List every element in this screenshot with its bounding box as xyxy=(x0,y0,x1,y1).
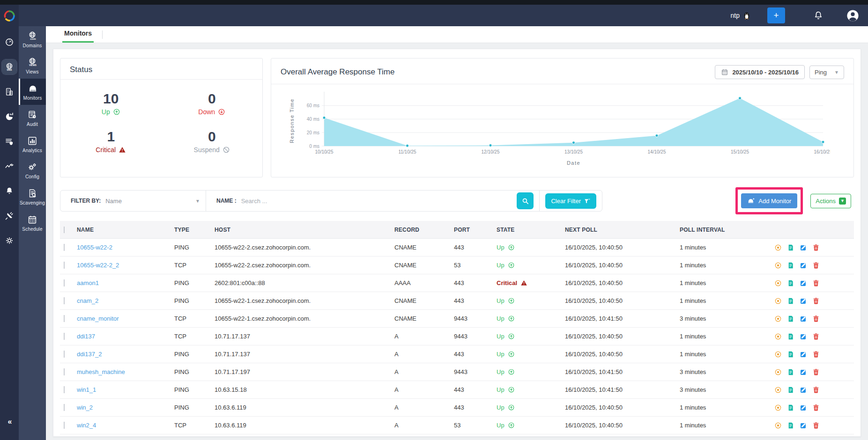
sidebar-collapse-button[interactable]: « xyxy=(0,418,19,426)
row-checkbox[interactable] xyxy=(64,422,65,429)
row-checkbox[interactable] xyxy=(64,262,65,269)
suspend-monitor-icon[interactable] xyxy=(774,244,782,251)
monitor-name-link[interactable]: cnam_2 xyxy=(77,297,98,304)
monitor-name-link[interactable]: 10655-w22-2 xyxy=(77,244,112,251)
monitor-name-link[interactable]: ddi137 xyxy=(77,333,95,340)
view-log-icon[interactable] xyxy=(787,315,794,323)
rail-item-alerts[interactable] xyxy=(2,183,17,198)
view-log-icon[interactable] xyxy=(787,244,794,251)
actions-button[interactable]: Actions ▼ xyxy=(810,194,851,208)
delete-monitor-icon[interactable] xyxy=(812,386,820,394)
row-checkbox[interactable] xyxy=(64,333,65,340)
suspend-monitor-icon[interactable] xyxy=(774,368,782,376)
view-log-icon[interactable] xyxy=(787,262,794,269)
tab-monitors[interactable]: Monitors xyxy=(62,29,94,43)
row-checkbox[interactable] xyxy=(64,315,65,322)
delete-monitor-icon[interactable] xyxy=(812,297,820,305)
rail-item-integrations[interactable] xyxy=(2,208,17,223)
view-log-icon[interactable] xyxy=(787,386,794,394)
rail-item-settings[interactable] xyxy=(2,233,17,248)
edit-monitor-icon[interactable] xyxy=(800,368,807,376)
global-add-button[interactable]: + xyxy=(767,7,785,23)
sidebar-item-schedule[interactable]: Schedule xyxy=(19,210,46,236)
row-checkbox[interactable] xyxy=(64,244,65,251)
edit-monitor-icon[interactable] xyxy=(800,422,807,429)
row-checkbox[interactable] xyxy=(64,279,65,286)
column-header-state[interactable]: STATE xyxy=(497,227,565,233)
delete-monitor-icon[interactable] xyxy=(812,422,820,429)
edit-monitor-icon[interactable] xyxy=(800,315,807,323)
suspend-monitor-icon[interactable] xyxy=(774,333,782,340)
suspend-monitor-icon[interactable] xyxy=(774,422,782,429)
row-checkbox[interactable] xyxy=(64,368,65,375)
sidebar-item-scavenging[interactable]: Scavenging xyxy=(19,183,46,210)
notifications-bell-icon[interactable] xyxy=(813,10,823,21)
sidebar-item-config[interactable]: Config xyxy=(19,157,46,183)
row-checkbox[interactable] xyxy=(64,404,65,411)
view-log-icon[interactable] xyxy=(787,297,794,305)
view-log-icon[interactable] xyxy=(787,333,794,340)
rail-item-reports[interactable] xyxy=(2,109,17,124)
delete-monitor-icon[interactable] xyxy=(812,279,820,287)
rail-item-dns[interactable]: DNS xyxy=(2,59,17,74)
view-log-icon[interactable] xyxy=(787,404,794,411)
sidebar-item-analytics[interactable]: Analytics xyxy=(19,131,46,157)
select-all-checkbox[interactable] xyxy=(64,227,65,233)
column-header-host[interactable]: HOST xyxy=(215,227,394,233)
row-checkbox[interactable] xyxy=(64,297,65,304)
view-log-icon[interactable] xyxy=(787,351,794,358)
delete-monitor-icon[interactable] xyxy=(812,351,820,358)
column-header-name[interactable]: NAME xyxy=(77,227,174,233)
delete-monitor-icon[interactable] xyxy=(812,315,820,323)
monitor-name-link[interactable]: ddi137_2 xyxy=(77,351,102,358)
edit-monitor-icon[interactable] xyxy=(800,262,807,269)
edit-monitor-icon[interactable] xyxy=(800,297,807,305)
column-header-type[interactable]: TYPE xyxy=(174,227,215,233)
column-header-next-poll[interactable]: NEXT POLL xyxy=(565,227,680,233)
view-log-icon[interactable] xyxy=(787,422,794,429)
edit-monitor-icon[interactable] xyxy=(800,244,807,251)
suspend-monitor-icon[interactable] xyxy=(774,297,782,305)
row-checkbox[interactable] xyxy=(64,351,65,358)
edit-monitor-icon[interactable] xyxy=(800,333,807,340)
sidebar-item-views[interactable]: VIEWSViews xyxy=(19,52,46,79)
suspend-monitor-icon[interactable] xyxy=(774,404,782,411)
monitor-name-link[interactable]: cname_monitor xyxy=(77,315,119,322)
clear-filter-button[interactable]: Clear Filter xyxy=(545,193,596,209)
monitor-name-link[interactable]: win1_1 xyxy=(77,386,96,393)
column-header-port[interactable]: PORT xyxy=(454,227,497,233)
edit-monitor-icon[interactable] xyxy=(800,351,807,358)
view-log-icon[interactable] xyxy=(787,279,794,287)
column-header-record[interactable]: RECORD xyxy=(394,227,454,233)
date-range-picker[interactable]: 2025/10/10 - 2025/10/16 xyxy=(715,65,805,79)
row-checkbox[interactable] xyxy=(64,386,65,393)
sidebar-item-monitors[interactable]: Monitors xyxy=(19,79,46,105)
monitor-name-link[interactable]: win2_4 xyxy=(77,422,96,429)
filter-by-caret-icon[interactable]: ▼ xyxy=(195,198,200,204)
filter-by-value[interactable]: Name xyxy=(105,198,122,205)
edit-monitor-icon[interactable] xyxy=(800,279,807,287)
metric-select[interactable]: Ping ▼ xyxy=(809,66,844,79)
delete-monitor-icon[interactable] xyxy=(812,262,820,269)
suspend-monitor-icon[interactable] xyxy=(774,351,782,358)
search-button[interactable] xyxy=(517,192,534,209)
column-header-poll-interval[interactable]: POLL INTERVAL xyxy=(680,227,773,233)
delete-monitor-icon[interactable] xyxy=(812,368,820,376)
rail-item-activity[interactable] xyxy=(2,159,17,174)
sidebar-item-audit[interactable]: Audit xyxy=(19,105,46,131)
rail-item-servers[interactable] xyxy=(2,84,17,99)
view-log-icon[interactable] xyxy=(787,368,794,376)
suspend-monitor-icon[interactable] xyxy=(774,279,782,287)
edit-monitor-icon[interactable] xyxy=(800,386,807,394)
suspend-monitor-icon[interactable] xyxy=(774,315,782,323)
delete-monitor-icon[interactable] xyxy=(812,244,820,251)
sidebar-item-domains[interactable]: comDomains xyxy=(19,26,46,52)
monitor-name-link[interactable]: win_2 xyxy=(77,404,93,411)
suspend-monitor-icon[interactable] xyxy=(774,386,782,394)
delete-monitor-icon[interactable] xyxy=(812,333,820,340)
edit-monitor-icon[interactable] xyxy=(800,404,807,411)
add-monitor-button[interactable]: Add Monitor xyxy=(741,193,797,208)
monitor-name-link[interactable]: aamon1 xyxy=(77,279,99,286)
rail-item-server-security[interactable] xyxy=(2,134,17,149)
suspend-monitor-icon[interactable] xyxy=(774,262,782,269)
